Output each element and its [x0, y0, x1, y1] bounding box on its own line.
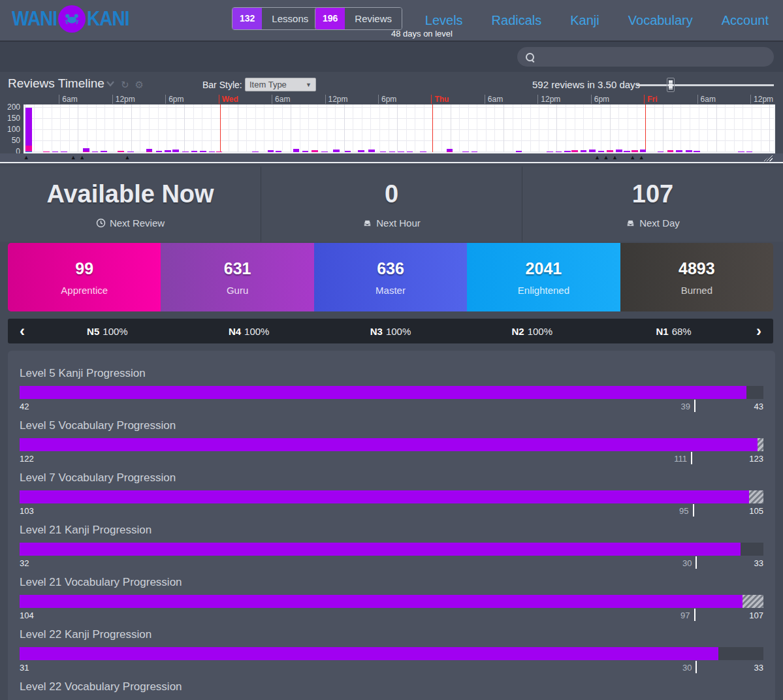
timeline-range-slider[interactable] — [637, 84, 774, 86]
axis-day-label: Fri — [644, 95, 657, 104]
jlpt-n2[interactable]: N2100% — [461, 326, 603, 337]
session-marker-icon: ▲ — [79, 153, 85, 161]
refresh-icon[interactable]: ↻ — [121, 79, 129, 91]
srs-master[interactable]: 636 Master — [314, 243, 467, 311]
next-day-panel: 107 Next Day — [522, 167, 783, 242]
clock-icon — [96, 218, 106, 228]
search-box[interactable] — [517, 47, 774, 67]
bar-segment-vocabulary — [92, 151, 99, 152]
bar-segment-vocabulary — [293, 149, 300, 152]
bar-segment-kanji — [25, 146, 32, 151]
bar-segment-vocabulary — [389, 151, 396, 152]
nav-link-radicals[interactable]: Radicals — [492, 13, 542, 28]
reviews-button[interactable]: 196 Reviews — [315, 7, 402, 30]
timeline-bar — [589, 150, 596, 152]
timeline-bar — [25, 108, 32, 152]
timeline-bar — [471, 151, 478, 152]
progression-marker-tick — [695, 556, 697, 569]
bar-segment-vocabulary — [209, 151, 216, 152]
progression-current: 122 — [20, 454, 34, 464]
bar-segment-kanji — [312, 150, 318, 152]
timeline-bar — [165, 150, 171, 152]
timeline-bar — [624, 151, 630, 152]
axis-time-label: 6am — [272, 95, 290, 104]
axis-time-label: 6am — [485, 95, 503, 104]
srs-burned[interactable]: 4893 Burned — [620, 243, 773, 311]
burned-count: 4893 — [679, 259, 715, 278]
axis-time-label: 6pm — [591, 95, 609, 104]
axis-time-label: 12pm — [112, 95, 135, 104]
session-marker-icon: ▲ — [612, 153, 618, 161]
progression-track — [20, 438, 763, 451]
progression-marker-tick — [694, 400, 695, 412]
lessons-button[interactable]: 132 Lessons — [232, 7, 319, 30]
jlpt-next-chevron-icon[interactable]: › — [744, 320, 773, 342]
bar-segment-vocabulary — [380, 151, 387, 152]
bar-segment-vocabulary — [172, 150, 179, 152]
timeline-bar — [52, 151, 59, 152]
progression-fill — [20, 386, 746, 399]
search-input[interactable] — [539, 51, 767, 63]
progression-marker-value: 111 — [674, 454, 691, 464]
bar-segment-vocabulary — [398, 151, 404, 152]
wanikani-logo[interactable]: WANI KANI — [12, 5, 129, 33]
timeline-bar — [302, 151, 309, 152]
timeline-bar — [564, 151, 571, 152]
progression-current: 104 — [20, 611, 34, 620]
bar-segment-kanji — [118, 151, 124, 152]
next-review-value: Available Now — [46, 180, 214, 208]
timeline-bar — [101, 151, 107, 152]
jlpt-n4[interactable]: N4100% — [178, 326, 320, 337]
jlpt-n5[interactable]: N5100% — [37, 326, 178, 337]
nav-link-levels[interactable]: Levels — [425, 13, 463, 28]
day-boundary-line — [645, 104, 646, 152]
bar-segment-kanji — [607, 150, 613, 152]
inbox-icon — [626, 218, 635, 228]
progression-row: Level 5 Kanji Progression423943 — [20, 367, 763, 419]
bar-segment-vocabulary — [564, 151, 571, 152]
session-marker-icon: ▲ — [639, 153, 645, 161]
progression-marker-value: 30 — [682, 663, 695, 673]
session-marker-icon: ▲ — [71, 153, 76, 161]
bar-segment-vocabulary — [156, 151, 163, 152]
progression-values: 122111123 — [20, 452, 763, 465]
bar-segment-kanji — [216, 151, 223, 152]
progression-row: Level 7 Vocabulary Progression10395105 — [20, 471, 763, 524]
level-progression-panel: Level 5 Kanji Progression423943Level 5 V… — [8, 351, 775, 700]
bar-style-label: Bar Style: — [202, 80, 242, 90]
nav-link-account[interactable]: Account — [722, 13, 769, 28]
jlpt-n3[interactable]: N3100% — [320, 326, 462, 337]
bar-segment-kanji — [631, 150, 638, 152]
resize-grip-icon[interactable] — [763, 154, 773, 161]
burned-label: Burned — [681, 285, 712, 296]
progression-marker-tick — [691, 452, 692, 464]
nav-link-vocabulary[interactable]: Vocabulary — [628, 13, 693, 28]
nav-link-kanji[interactable]: Kanji — [570, 13, 599, 28]
bar-segment-vocabulary — [407, 151, 413, 152]
timeline-bar — [686, 150, 692, 152]
bar-segment-kanji — [43, 151, 50, 152]
progression-row: Level 22 Vocabulary Progression — [20, 680, 763, 700]
srs-apprentice[interactable]: 99 Apprentice — [8, 243, 161, 311]
chevron-down-icon[interactable] — [106, 79, 115, 91]
timeline-bar — [358, 150, 364, 152]
jlpt-prev-chevron-icon[interactable]: ‹ — [8, 320, 37, 342]
bar-segment-vocabulary — [598, 151, 605, 152]
slider-handle[interactable] — [667, 78, 675, 92]
next-hour-label: Next Hour — [362, 217, 421, 229]
progression-fill — [20, 490, 749, 503]
progression-total: 107 — [749, 611, 763, 620]
bar-segment-vocabulary — [581, 150, 587, 152]
jlpt-n1[interactable]: N168% — [603, 326, 744, 337]
srs-enlightened[interactable]: 2041 Enlightened — [467, 243, 620, 311]
progression-title: Level 5 Kanji Progression — [20, 367, 763, 380]
progression-title: Level 22 Kanji Progression — [20, 628, 763, 641]
bar-segment-vocabulary — [268, 150, 274, 152]
timeline-toolbar: ↻ ⚙ — [106, 79, 144, 91]
srs-guru[interactable]: 631 Guru — [161, 243, 313, 311]
search-icon — [526, 53, 534, 61]
progression-current: 32 — [20, 558, 29, 568]
bar-segment-vocabulary — [686, 150, 692, 152]
gear-icon[interactable]: ⚙ — [135, 79, 144, 91]
bar-style-select[interactable]: Item Type ▼ — [245, 78, 316, 91]
